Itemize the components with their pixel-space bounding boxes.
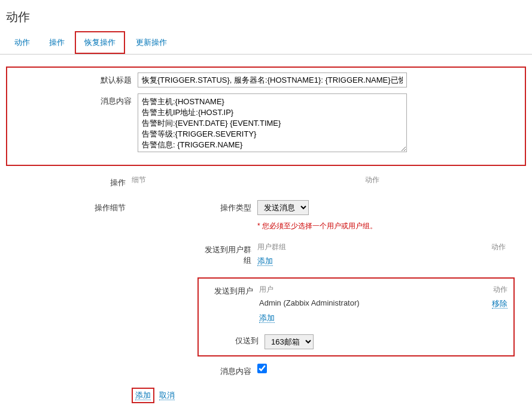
only-send-to-select[interactable]: 163邮箱 <box>265 334 314 349</box>
detail-add-link-box: 添加 <box>132 388 154 403</box>
subject-message-box: 默认标题 消息内容 告警主机:{HOSTNAME} 告警主机IP地址:{HOST… <box>6 67 526 166</box>
tab-bar: 动作 操作 恢复操作 更新操作 <box>0 31 532 55</box>
tab-recovery-operation[interactable]: 恢复操作 <box>75 31 125 54</box>
user-remove-link[interactable]: 移除 <box>492 299 507 309</box>
operations-col-details: 细节 <box>132 175 365 185</box>
operations-col-action: 动作 <box>365 175 401 185</box>
operation-type-label: 操作类型 <box>197 200 257 213</box>
user-row-name: Admin (Zabbix Administrator) <box>259 298 484 309</box>
tab-action[interactable]: 动作 <box>6 32 38 53</box>
operation-type-select[interactable]: 发送消息 <box>257 200 309 215</box>
required-asterisk: * <box>257 222 262 230</box>
form-area: 默认标题 消息内容 告警主机:{HOSTNAME} 告警主机IP地址:{HOST… <box>0 55 532 414</box>
send-to-groups-label: 发送到用户群组 <box>197 242 257 266</box>
users-add-link[interactable]: 添加 <box>259 313 275 323</box>
operation-details-label: 操作细节 <box>6 200 132 213</box>
only-send-to-label: 仅送到 <box>205 334 265 349</box>
operations-label: 操作 <box>6 175 132 188</box>
send-to-users-label: 发送到用户 <box>205 285 259 324</box>
message-content-checkbox-label: 消息内容 <box>197 364 257 377</box>
required-help-text: 您必须至少选择一个用户或用户组。 <box>262 222 377 230</box>
groups-action-col-header: 动作 <box>482 242 506 252</box>
default-subject-label: 默认标题 <box>12 72 138 86</box>
groups-add-link[interactable]: 添加 <box>257 256 273 266</box>
users-action-col-header: 动作 <box>484 285 507 295</box>
tab-operation[interactable]: 操作 <box>41 32 73 53</box>
message-content-label: 消息内容 <box>12 93 138 107</box>
default-subject-input[interactable] <box>138 72 407 87</box>
send-to-user-box: 发送到用户 用户 动作 Admin (Zabbix Administrator)… <box>197 277 515 356</box>
detail-cancel-link[interactable]: 取消 <box>159 391 175 400</box>
groups-col-header: 用户群组 <box>257 242 482 252</box>
users-col-header: 用户 <box>259 285 484 295</box>
detail-add-link[interactable]: 添加 <box>135 391 151 400</box>
message-content-checkbox[interactable] <box>257 364 267 373</box>
tab-update-operation[interactable]: 更新操作 <box>127 32 175 53</box>
message-content-textarea[interactable]: 告警主机:{HOSTNAME} 告警主机IP地址:{HOST.IP} 告警时间:… <box>138 93 407 152</box>
page-title: 动作 <box>0 0 532 31</box>
